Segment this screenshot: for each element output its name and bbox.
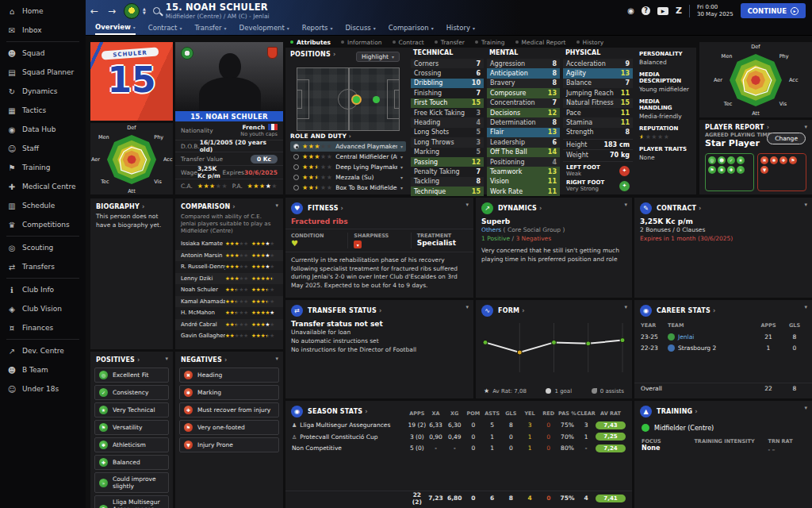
sidebar-item-inbox[interactable]: ✉ Inbox (0, 21, 86, 40)
continue-button[interactable]: CONTINUE▸ (741, 3, 806, 18)
sidebar-item-data-hub[interactable]: ◉ Data Hub (0, 120, 86, 139)
social-group-link[interactable]: Others (481, 226, 501, 233)
sidebar-item-scouting[interactable]: ◎ Scouting (0, 238, 86, 257)
biography-title[interactable]: BIOGRAPHY (96, 203, 144, 210)
chevron-down-icon[interactable]: ▾ (804, 202, 807, 208)
search-icon[interactable] (153, 7, 160, 14)
sidebar-item-squad-planner[interactable]: ▤ Squad Planner (0, 63, 86, 82)
highlight-dropdown[interactable]: Highlight▾ (356, 52, 400, 62)
subtab-history[interactable]: History (576, 39, 604, 46)
sidebar-item-schedule[interactable]: ▥ Schedule (0, 196, 86, 215)
sidebar-item-under-18s[interactable]: ☺ Under 18s (0, 379, 86, 398)
player-cycle-chevrons[interactable]: ▲▼ (143, 7, 146, 15)
radar-axis-label: Tec (723, 101, 733, 107)
chevron-down-icon[interactable]: ▾ (275, 356, 278, 362)
training-title[interactable]: TRAINING (657, 408, 698, 415)
negatives-title[interactable]: NEGATIVES (181, 356, 227, 364)
subtab-medical-report[interactable]: Medical Report (515, 39, 566, 46)
tab-contract[interactable]: Contract▾ (148, 21, 182, 35)
tab-comparison[interactable]: Comparison▾ (389, 21, 434, 35)
club-crest-icon[interactable] (124, 3, 140, 19)
positions-title[interactable]: POSITIONS (290, 51, 335, 58)
tab-discuss[interactable]: Discuss▾ (345, 21, 375, 35)
help-icon[interactable]: ? (642, 6, 650, 15)
comparison-description: Compared with ability of C.E. Jenlai pla… (175, 212, 283, 238)
chevron-down-icon[interactable]: ▾ (400, 185, 403, 190)
sidebar-item-dev-centre[interactable]: ↗ Dev. Centre (0, 341, 86, 360)
forward-icon[interactable]: → (103, 6, 121, 17)
dynamics-title[interactable]: DYNAMICS (498, 205, 542, 212)
contract-title[interactable]: CONTRACT (657, 205, 702, 212)
sidebar-item-finances[interactable]: ¤ Finances (0, 318, 86, 337)
z-logo-icon[interactable]: Z (676, 6, 682, 16)
career-stats-title[interactable]: CAREER STATS (657, 307, 715, 314)
sidebar-item-tactics[interactable]: ▦ Tactics (0, 101, 86, 120)
chevron-down-icon[interactable]: ▾ (400, 154, 403, 160)
sidebar-item-transfers[interactable]: ⇄ Transfers (0, 257, 86, 276)
sidebar-item-staff[interactable]: ☺ Staff (0, 139, 86, 158)
tab-transfer[interactable]: Transfer▾ (194, 21, 226, 35)
comparison-player-link[interactable]: Issiaka Kamate (181, 241, 225, 247)
chevron-down-icon[interactable]: ▾ (400, 164, 403, 170)
role-option-deep-lying-playmaker-su[interactable]: ★★★★★ Deep Lying Playmaker (Su) ▾ (290, 162, 406, 172)
subtab-information[interactable]: Information (341, 39, 381, 46)
role-option-mezzala-su[interactable]: ★★★★★ Mezzala (Su) ▾ (290, 172, 406, 183)
chevron-down-icon[interactable]: ▾ (804, 405, 807, 411)
comparison-player-link[interactable]: H. McMahon (181, 310, 225, 316)
role-option-advanced-playmaker-su[interactable]: ★★★★★ Advanced Playmaker (Su) ▾ (290, 141, 406, 152)
subtab-dot-icon (475, 40, 478, 44)
dynamics-negative[interactable]: 3 Negatives (515, 235, 551, 242)
sidebar-item-dynamics[interactable]: ↻ Dynamics (0, 82, 86, 101)
comparison-player-link[interactable]: André Cabral (181, 321, 225, 328)
tab-history[interactable]: History▾ (446, 21, 475, 35)
comparison-title[interactable]: COMPARISON (181, 203, 236, 210)
role-option-box-to-box-midfielder-su[interactable]: ★★★★★ Box To Box Midfielder (Su) ▾ (290, 183, 406, 193)
team-link[interactable]: Jenlai (668, 333, 753, 341)
controller-icon[interactable]: ◉ (627, 6, 634, 15)
form-title[interactable]: FORM (498, 307, 525, 314)
chevron-down-icon[interactable]: ▾ (165, 356, 168, 362)
sidebar-item-club-vision[interactable]: ◈ Club Vision (0, 299, 86, 318)
sidebar-item-competitions[interactable]: ♛ Competitions (0, 215, 86, 234)
chevron-down-icon[interactable]: ▾ (624, 304, 627, 310)
change-button[interactable]: Change (767, 133, 806, 144)
treatment-label: TREATMENT (417, 233, 468, 239)
comparison-player-link[interactable]: Kamal Ahamada (181, 298, 225, 305)
team-crest-icon (668, 333, 675, 341)
sidebar-item-b-team[interactable]: ☻ B Team (0, 360, 86, 379)
role-option-central-midfielder-at[interactable]: ★★★★★ Central Midfielder (At) ▾ (290, 152, 406, 162)
sidebar-item-medical-centre[interactable]: ✚ Medical Centre (0, 177, 86, 196)
tab-overview[interactable]: Overview▾ (95, 21, 136, 35)
comparison-player-link[interactable]: Lenny Dziki (181, 275, 225, 282)
chevron-down-icon[interactable]: ▾ (465, 304, 469, 310)
chevron-down-icon[interactable]: ▾ (465, 202, 469, 208)
comparison-player-link[interactable]: R. Russell-Denny (181, 264, 225, 270)
subtab-transfer[interactable]: Transfer (435, 39, 465, 46)
chevron-down-icon[interactable]: ▾ (804, 124, 807, 130)
tab-reports[interactable]: Reports▾ (302, 21, 333, 35)
sidebar-item-training[interactable]: ⚑ Training (0, 158, 86, 177)
tab-development[interactable]: Development▾ (239, 21, 289, 35)
youtube-icon[interactable]: ▶ (657, 7, 668, 15)
subtab-attributes[interactable]: Attributes (290, 39, 331, 46)
fitness-title[interactable]: FITNESS (308, 205, 343, 212)
chevron-down-icon[interactable]: ▾ (400, 144, 403, 149)
season-stats-title[interactable]: SEASON STATS (308, 408, 368, 415)
sidebar-item-club-info[interactable]: ℹ Club Info (0, 280, 86, 299)
comparison-player-link[interactable]: Noah Schuler (181, 287, 225, 293)
comparison-player-link[interactable]: Gavin Gallagher (181, 333, 225, 339)
positives-title[interactable]: POSITIVES (96, 356, 140, 364)
transfer-status-title[interactable]: TRANSFER STATUS (308, 307, 382, 314)
back-icon[interactable]: ← (86, 6, 103, 17)
comparison-player-link[interactable]: Antonin Marsin (181, 252, 225, 259)
sidebar-item-home[interactable]: ⌂ Home (0, 2, 86, 21)
chevron-down-icon[interactable]: ▾ (400, 175, 403, 180)
dynamics-positive[interactable]: 1 Positive (481, 235, 510, 242)
chevron-down-icon[interactable]: ▾ (804, 304, 807, 310)
sidebar-item-squad[interactable]: ☻ Squad (0, 44, 86, 63)
subtab-training[interactable]: Training (475, 39, 505, 46)
chevron-down-icon[interactable]: ▾ (275, 202, 278, 209)
chevron-down-icon[interactable]: ▾ (624, 202, 627, 208)
player-report-title[interactable]: PLAYER REPORT (705, 124, 769, 131)
subtab-contract[interactable]: Contract (393, 39, 424, 46)
